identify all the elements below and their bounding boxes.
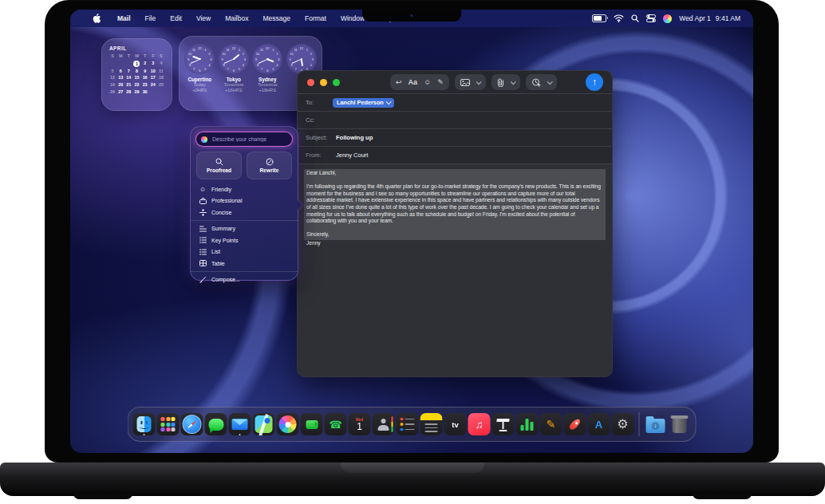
- format-text-button[interactable]: Aa: [409, 79, 418, 86]
- menu-item-friendly[interactable]: ☺ Friendly: [191, 183, 298, 195]
- describe-change-field[interactable]: [196, 132, 292, 146]
- calendar-grid: SMTWTFS 1234 567891011 12131415161718 19…: [109, 53, 165, 95]
- menu-item-mail[interactable]: Mail: [110, 14, 138, 22]
- dock-messages-icon[interactable]: [205, 413, 227, 435]
- dock-downloads-folder-icon[interactable]: ↓: [645, 413, 667, 435]
- menu-item-edit[interactable]: Edit: [163, 14, 189, 22]
- media-button[interactable]: [455, 74, 486, 90]
- menu-item-view[interactable]: View: [189, 14, 218, 22]
- zoom-button[interactable]: [333, 79, 340, 86]
- clock-day: Today: [194, 82, 206, 88]
- dock-divider: [639, 412, 640, 436]
- menu-item-professional[interactable]: Professional: [191, 195, 298, 207]
- dock-settings-icon[interactable]: ⚙: [612, 413, 634, 435]
- message-body[interactable]: Dear Lanchi, I'm following up regarding …: [298, 163, 612, 376]
- dock-photos-icon[interactable]: [277, 413, 299, 435]
- dock-numbers-icon[interactable]: [516, 413, 539, 435]
- dock-contacts-icon[interactable]: [373, 413, 395, 435]
- calendar-day: 27: [116, 89, 124, 95]
- menu-item-format[interactable]: Format: [298, 14, 334, 22]
- menu-item-mailbox[interactable]: Mailbox: [218, 14, 255, 22]
- dock-facetime-icon[interactable]: [301, 413, 323, 435]
- dock-calendar-icon[interactable]: Wed1: [349, 413, 371, 435]
- lid-scoop: [341, 463, 484, 473]
- close-button[interactable]: [307, 79, 314, 86]
- dock-music-icon[interactable]: ♫: [468, 413, 491, 435]
- from-label: From:: [306, 152, 336, 159]
- cc-field[interactable]: Cc:: [298, 111, 612, 128]
- writing-tools-icon[interactable]: ✎: [437, 79, 444, 86]
- key-points-icon: [199, 237, 207, 243]
- writing-tools-menu: ☺ Friendly Professional Concise Summary: [191, 181, 298, 285]
- selected-text: Dear Lanchi, I'm following up regarding …: [304, 169, 606, 240]
- dock-finder-icon[interactable]: [133, 413, 156, 435]
- proofread-button[interactable]: Proofread: [196, 152, 242, 179]
- menu-item-summary[interactable]: Summary: [191, 223, 298, 235]
- menu-clock[interactable]: Wed Apr 1 9:41 AM: [679, 14, 740, 22]
- to-label: To:: [306, 99, 333, 106]
- dock-safari-icon[interactable]: [181, 413, 203, 435]
- dock-reminders-icon[interactable]: [397, 413, 419, 435]
- calendar-day: 29: [132, 89, 140, 95]
- body-signature: Jenny: [304, 240, 606, 247]
- control-center-icon[interactable]: [646, 14, 656, 22]
- status-icons: Wed Apr 1 9:41 AM: [592, 14, 740, 23]
- format-group: ↩ Aa ☺ ✎: [390, 74, 449, 90]
- battery-icon[interactable]: [592, 14, 606, 22]
- menu-item-concise[interactable]: Concise: [191, 207, 298, 219]
- emoji-icon[interactable]: ☺: [424, 79, 431, 86]
- minimize-button[interactable]: [320, 79, 327, 86]
- clock-offset: +18HRS: [259, 88, 276, 93]
- dock-mail-icon[interactable]: [229, 413, 251, 435]
- clock-tokyo: 121234567891011 Tokyo Tomorrow +16HRS: [217, 44, 251, 93]
- traffic-lights: [307, 79, 340, 86]
- dock-app-store-icon[interactable]: A: [588, 413, 610, 435]
- search-icon[interactable]: [631, 14, 639, 22]
- wifi-icon[interactable]: [614, 14, 624, 22]
- dock-keynote-icon[interactable]: [492, 413, 515, 435]
- undo-icon[interactable]: ↩: [396, 79, 402, 86]
- subject-field[interactable]: Subject: Following up: [298, 128, 612, 146]
- menu-item-message[interactable]: Message: [255, 14, 298, 22]
- send-later-button[interactable]: [526, 74, 557, 90]
- calendar-widget[interactable]: APRIL SMTWTFS 1234 567891011 12131415161…: [101, 38, 172, 111]
- recipient-token[interactable]: Lanchi Pederson: [333, 98, 394, 108]
- dock-notes-icon[interactable]: [420, 413, 443, 435]
- clock-city: Tokyo: [227, 77, 241, 82]
- calendar-day: 3: [149, 61, 157, 67]
- calendar-day: 18: [157, 75, 165, 81]
- calendar-day: 20: [116, 82, 124, 88]
- dock-trash-icon[interactable]: [669, 413, 691, 435]
- menu-item-list[interactable]: List: [191, 246, 298, 258]
- from-value: Jenny Court: [336, 152, 368, 159]
- attachment-button[interactable]: [491, 74, 520, 90]
- dock-phone-icon[interactable]: ☎: [325, 413, 347, 435]
- dock-tv-icon[interactable]: tv: [444, 413, 467, 435]
- menu-item-table[interactable]: Table: [191, 258, 298, 270]
- dock-launchpad-icon[interactable]: [157, 413, 180, 435]
- menu-item-compose[interactable]: Compose...: [191, 274, 298, 286]
- describe-change-input[interactable]: [211, 136, 287, 143]
- calendar-day: 7: [124, 69, 132, 74]
- calendar-day: [109, 61, 116, 67]
- calendar-day: 9: [141, 69, 149, 74]
- calendar-month-label: APRIL: [109, 45, 165, 51]
- menu-item-file[interactable]: File: [138, 14, 164, 22]
- writing-tools-popup: Proofread Rewrite ☺ Friendly Professiona…: [190, 126, 298, 281]
- body-closing: Sincerely,: [306, 231, 603, 238]
- dock-rocket-app-icon[interactable]: [564, 413, 586, 435]
- calendar-day: 26: [109, 89, 116, 95]
- dock-pages-icon[interactable]: ✎: [540, 413, 562, 435]
- apple-menu-icon[interactable]: [93, 14, 101, 23]
- to-field[interactable]: To: Lanchi Pederson: [298, 93, 612, 111]
- dock-maps-icon[interactable]: [253, 413, 275, 435]
- menu-item-key-points[interactable]: Key Points: [191, 234, 298, 246]
- send-button[interactable]: ↑: [586, 73, 603, 91]
- from-field[interactable]: From: Jenny Court: [298, 146, 612, 163]
- calendar-day: 17: [149, 75, 157, 81]
- body-greeting: Dear Lanchi,: [306, 170, 603, 177]
- clock-face: 121234567891011: [252, 44, 282, 74]
- siri-icon[interactable]: [663, 14, 672, 23]
- rewrite-button[interactable]: Rewrite: [247, 152, 292, 179]
- calendar-day: 2: [141, 61, 149, 67]
